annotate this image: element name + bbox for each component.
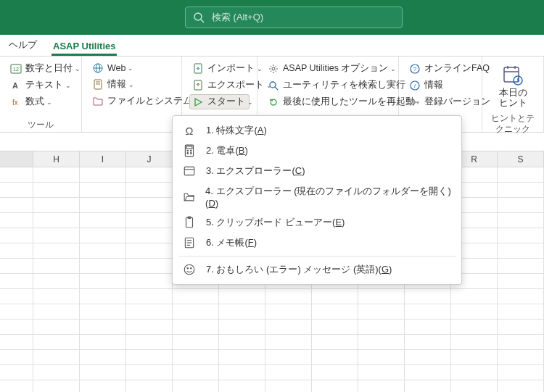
chevron-down-icon: ⌄ xyxy=(247,99,253,106)
help-info-button[interactable]: i情報 xyxy=(406,78,474,93)
col-header[interactable]: J xyxy=(126,151,173,167)
notepad-icon xyxy=(183,236,196,249)
menu-item-label: 7. おもしろい (エラー) メッセージ (英語)(G) xyxy=(206,263,392,276)
smiley-icon xyxy=(183,263,196,276)
search-run-button[interactable]: ユーティリティを検索し実行 xyxy=(265,78,391,93)
online-faq-label: オンラインFAQ xyxy=(424,62,490,75)
svg-text:?: ? xyxy=(413,66,417,72)
options-button[interactable]: ASAP Utilities オプション⌄ xyxy=(265,61,391,76)
export-label: エクスポート xyxy=(207,79,264,91)
register-button[interactable]: 登録バージョン xyxy=(406,94,474,109)
formula-button[interactable]: fx数式⌄ xyxy=(7,94,74,109)
menu-explorer-current-folder[interactable]: 4. エクスプローラー (現在のファイルのフォルダーを開く)(D) xyxy=(173,181,461,212)
menu-notepad[interactable]: 6. メモ帳(F) xyxy=(173,233,461,253)
start-label: スタート xyxy=(207,96,245,108)
export-button[interactable]: エクスポート⌄ xyxy=(189,78,250,93)
menu-funny-errors[interactable]: 7. おもしろい (エラー) メッセージ (英語)(G) xyxy=(173,259,461,280)
svg-point-16 xyxy=(270,82,276,88)
select-all-triangle[interactable] xyxy=(0,151,33,167)
import-icon xyxy=(192,63,204,75)
key-icon xyxy=(409,96,421,108)
info-button[interactable]: 情報⌄ xyxy=(89,77,174,92)
file-system-label: ファイルとシステム xyxy=(107,95,192,107)
tip-label-1: 本日の xyxy=(499,88,527,99)
col-header[interactable]: I xyxy=(80,151,126,167)
svg-point-35 xyxy=(187,153,189,154)
redo-icon xyxy=(268,96,279,108)
globe-icon xyxy=(92,62,104,74)
chevron-down-icon: ⌄ xyxy=(128,81,134,88)
svg-line-1 xyxy=(201,20,204,22)
svg-point-45 xyxy=(184,264,194,275)
numbers-dates-label: 数字と日付 xyxy=(25,62,73,75)
page-icon xyxy=(92,79,104,91)
folder-icon xyxy=(92,96,104,107)
group-label-hints: ヒントとテクニック xyxy=(490,112,536,135)
tab-help[interactable]: ヘルプ xyxy=(7,38,38,56)
menu-explorer[interactable]: 3. エクスプローラー(C) xyxy=(173,161,461,181)
file-system-button[interactable]: ファイルとシステム⌄ xyxy=(89,93,174,109)
numbers-dates-button[interactable]: 12数字と日付⌄ xyxy=(7,61,74,76)
web-button[interactable]: Web⌄ xyxy=(89,61,174,75)
search-box[interactable]: 検索 (Alt+Q) xyxy=(185,7,403,28)
import-button[interactable]: インポート⌄ xyxy=(189,61,250,76)
svg-point-0 xyxy=(194,13,202,20)
svg-point-36 xyxy=(190,153,191,154)
chevron-down-icon: ⌄ xyxy=(46,99,52,106)
menu-calculator[interactable]: 2. 電卓(B) xyxy=(173,141,461,161)
svg-point-34 xyxy=(190,150,191,151)
svg-text:fx: fx xyxy=(12,99,18,107)
svg-rect-25 xyxy=(504,67,519,82)
omega-icon: Ω xyxy=(183,124,196,137)
start-dropdown-menu: Ω 1. 特殊文字(A) 2. 電卓(B) 3. エクスプローラー(C) 4. … xyxy=(172,115,462,285)
formula-label: 数式 xyxy=(25,96,44,108)
rerun-button[interactable]: 最後に使用したツールを再起動 xyxy=(265,94,391,109)
menu-clipboard-viewer[interactable]: 5. クリップボード ビューアー(E) xyxy=(173,212,461,233)
start-button[interactable]: スタート⌄ xyxy=(189,94,250,109)
import-label: インポート xyxy=(207,62,255,75)
svg-rect-37 xyxy=(184,167,194,175)
tip-of-day-button[interactable]: 本日の ヒント xyxy=(493,61,533,112)
menu-item-label: 5. クリップボード ビューアー(E) xyxy=(206,216,345,229)
menu-item-label: 3. エクスプローラー(C) xyxy=(206,164,305,178)
chevron-down-icon: ⌄ xyxy=(390,65,396,72)
online-faq-button[interactable]: ?オンラインFAQ xyxy=(406,61,474,76)
svg-text:A: A xyxy=(12,81,18,90)
svg-point-22 xyxy=(411,100,415,104)
rerun-label: 最後に使用したツールを再起動 xyxy=(283,96,415,108)
clipboard-icon xyxy=(183,216,196,229)
tab-asap-utilities[interactable]: ASAP Utilities xyxy=(51,41,117,56)
ribbon-group-web: Web⌄ 情報⌄ ファイルとシステム⌄ xyxy=(82,57,182,132)
folder-open-icon xyxy=(183,191,195,204)
col-header[interactable]: H xyxy=(33,151,80,167)
col-header[interactable]: S xyxy=(498,151,544,167)
svg-point-33 xyxy=(187,150,189,151)
svg-text:i: i xyxy=(414,83,416,89)
title-bar: 検索 (Alt+Q) xyxy=(0,0,544,35)
svg-text:Ω: Ω xyxy=(186,125,194,137)
svg-point-46 xyxy=(187,268,188,269)
ribbon-group-hints: 本日の ヒント ヒントとテクニック xyxy=(482,57,544,132)
chevron-down-icon: ⌄ xyxy=(75,65,81,72)
text-button[interactable]: Aテキスト⌄ xyxy=(7,78,74,93)
svg-point-15 xyxy=(272,67,275,70)
menu-special-characters[interactable]: Ω 1. 特殊文字(A) xyxy=(173,120,461,141)
gear-icon xyxy=(268,63,279,75)
web-label: Web xyxy=(107,63,125,73)
svg-marker-14 xyxy=(195,99,202,106)
text-icon: A xyxy=(10,80,22,91)
svg-rect-39 xyxy=(186,217,193,228)
svg-line-17 xyxy=(275,87,278,90)
chevron-down-icon: ⌄ xyxy=(128,64,133,72)
calculator-icon xyxy=(183,144,196,157)
search-placeholder: 検索 (Alt+Q) xyxy=(212,11,263,24)
svg-rect-32 xyxy=(186,146,192,149)
help-info-label: 情報 xyxy=(424,79,443,91)
tip-label-2: ヒント xyxy=(499,99,527,109)
question-icon: ? xyxy=(409,63,421,75)
chevron-down-icon: ⌄ xyxy=(65,82,71,89)
ribbon-tabs: ヘルプ ASAP Utilities xyxy=(0,35,544,57)
menu-item-label: 2. 電卓(B) xyxy=(206,144,248,157)
export-icon xyxy=(192,80,204,91)
menu-item-label: 4. エクスプローラー (現在のファイルのフォルダーを開く)(D) xyxy=(205,185,451,209)
